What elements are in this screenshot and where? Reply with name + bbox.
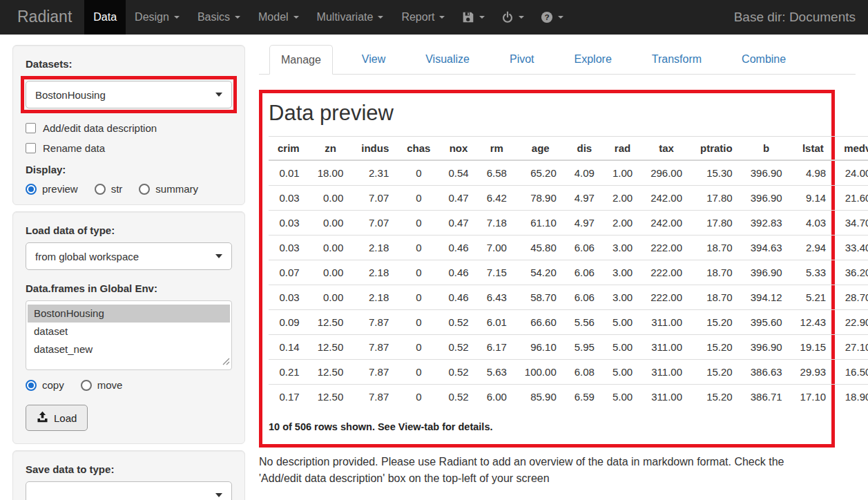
table-cell: 0 [398, 385, 439, 410]
navbar-icon-menu: ? [454, 0, 572, 35]
table-cell: 12.50 [309, 335, 353, 360]
column-header-indus: indus [352, 137, 398, 161]
nav-item-multivariate[interactable]: Multivariate [308, 0, 393, 35]
nav-item-report[interactable]: Report [392, 0, 454, 35]
tab-combine[interactable]: Combine [731, 45, 797, 73]
table-cell: 4.97 [566, 211, 604, 235]
table-cell: 5.00 [604, 310, 642, 335]
nav-item-basics[interactable]: Basics [189, 0, 249, 35]
radio-icon [139, 184, 150, 195]
table-cell: 6.43 [478, 285, 516, 310]
mode-radio-copy[interactable]: copy [26, 379, 64, 391]
table-cell: 396.90 [742, 186, 791, 211]
table-cell: 21.60 [835, 186, 868, 211]
table-cell: 0.46 [439, 260, 477, 285]
table-row: 0.0118.002.3100.546.5865.204.091.00296.0… [269, 160, 868, 186]
table-cell: 54.20 [516, 260, 566, 285]
column-header-lstat: lstat [791, 137, 836, 161]
dataset-options: Add/edit data descriptionRename data [26, 122, 232, 154]
nav-item-label: Design [135, 11, 169, 23]
power-icon [501, 11, 514, 23]
frames-listbox[interactable]: BostonHousingdatasetdataset_new [26, 300, 232, 370]
table-cell: 7.87 [352, 310, 398, 335]
nav-item-design[interactable]: Design [126, 0, 189, 35]
table-cell: 311.00 [642, 385, 691, 410]
table-cell: 5.21 [791, 285, 836, 310]
radio-label: str [111, 183, 123, 195]
table-cell: 394.12 [742, 285, 791, 310]
table-cell: 0.00 [309, 235, 353, 260]
table-cell: 0 [398, 160, 439, 186]
display-radio-preview[interactable]: preview [26, 183, 78, 195]
navbar: Radiant DataDesignBasicsModelMultivariat… [0, 0, 868, 35]
table-cell: 2.00 [604, 186, 642, 211]
dataset-item-dataset-new[interactable]: dataset_new [28, 340, 230, 358]
table-cell: 0.52 [439, 385, 477, 410]
nav-item-data[interactable]: Data [84, 0, 126, 35]
table-cell: 7.15 [478, 260, 516, 285]
checkbox-icon [26, 143, 36, 153]
dataset-item-bostonhousing[interactable]: BostonHousing [28, 305, 230, 323]
checkbox-rename-data[interactable]: Rename data [26, 142, 232, 154]
column-header-tax: tax [642, 137, 691, 161]
navbar-menu: DataDesignBasicsModelMultivariateReport [84, 0, 454, 35]
table-cell: 66.60 [516, 310, 566, 335]
display-radio-summary[interactable]: summary [139, 183, 198, 195]
table-cell: 2.00 [604, 211, 642, 235]
column-header-medv: medv [835, 137, 868, 161]
table-cell: 78.90 [516, 186, 566, 211]
load-type-select[interactable]: from global workspace [26, 242, 232, 270]
tab-transform[interactable]: Transform [641, 45, 713, 73]
table-cell: 222.00 [642, 285, 691, 310]
mode-radio-move[interactable]: move [81, 379, 123, 391]
save-menu-button[interactable] [454, 0, 493, 35]
radio-label: move [97, 379, 123, 391]
tab-visualize[interactable]: Visualize [414, 45, 481, 73]
frames-label: Data.frames in Global Env: [26, 282, 232, 294]
column-header-ptratio: ptratio [691, 137, 742, 161]
checkbox-label: Add/edit data description [43, 122, 157, 134]
app-brand[interactable]: Radiant [0, 0, 84, 35]
display-radio-str[interactable]: str [95, 183, 123, 195]
table-cell: 29.93 [791, 360, 836, 385]
radio-icon [26, 380, 37, 391]
sidebar: Datasets: BostonHousing Add/edit data de… [12, 45, 245, 500]
checkbox-add-edit-data-description[interactable]: Add/edit data description [26, 122, 232, 134]
nav-item-model[interactable]: Model [249, 0, 308, 35]
table-cell: 7.00 [478, 235, 516, 260]
dataset-item-dataset[interactable]: dataset [28, 323, 230, 340]
table-cell: 18.90 [835, 385, 868, 410]
dataset-select[interactable]: BostonHousing [26, 81, 232, 108]
table-cell: 0.07 [269, 260, 309, 285]
table-cell: 0.09 [269, 310, 309, 335]
table-cell: 5.95 [566, 335, 604, 360]
power-menu-button[interactable] [493, 0, 532, 35]
caret-down-icon [174, 16, 180, 19]
save-icon [462, 11, 474, 23]
column-header-dis: dis [566, 137, 604, 161]
load-button-label: Load [54, 412, 77, 424]
save-type-select[interactable] [26, 481, 232, 500]
load-button[interactable]: Load [26, 405, 88, 431]
table-cell: 33.40 [835, 235, 868, 260]
table-cell: 0.00 [309, 186, 353, 211]
table-cell: 3.00 [604, 285, 642, 310]
main-content: ManageViewVisualizePivotExploreTransform… [259, 45, 856, 487]
table-row: 0.0912.507.8700.526.0166.605.565.00311.0… [269, 310, 868, 335]
table-cell: 12.50 [309, 360, 353, 385]
resize-handle-icon[interactable] [222, 356, 230, 368]
tab-manage[interactable]: Manage [269, 45, 333, 75]
help-menu-button[interactable]: ? [532, 0, 572, 35]
table-cell: 24.00 [835, 160, 868, 186]
table-cell: 0.03 [269, 285, 309, 310]
table-cell: 0 [398, 235, 439, 260]
table-cell: 15.30 [691, 160, 742, 186]
tab-explore[interactable]: Explore [563, 45, 623, 73]
table-cell: 2.94 [791, 235, 836, 260]
tab-view[interactable]: View [351, 45, 396, 73]
tab-pivot[interactable]: Pivot [499, 45, 546, 73]
table-cell: 6.00 [478, 385, 516, 410]
table-row: 0.030.007.0700.476.4278.904.972.00242.00… [269, 186, 868, 211]
svg-text:?: ? [545, 12, 550, 22]
table-cell: 18.70 [691, 260, 742, 285]
